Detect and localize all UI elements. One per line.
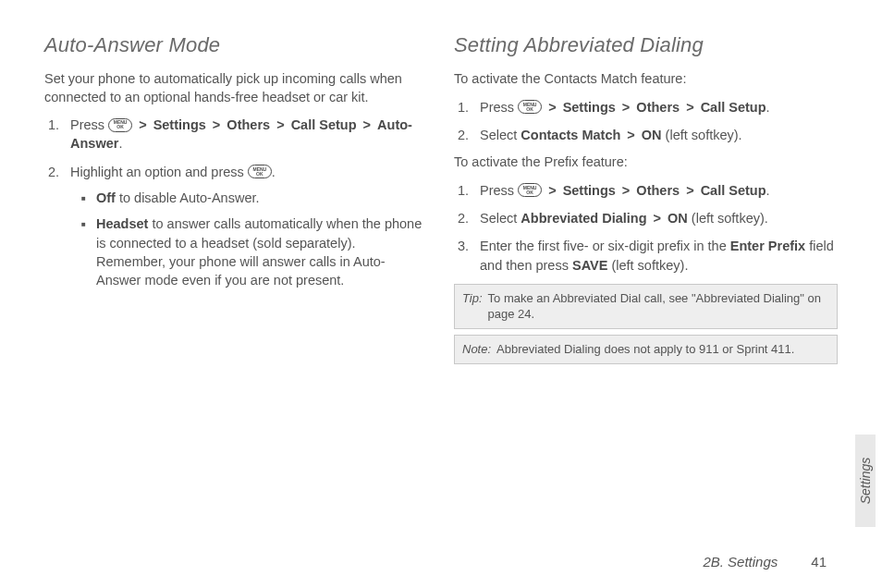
path-call-setup: Call Setup xyxy=(701,183,766,198)
path-sep: > xyxy=(361,117,374,132)
auto-answer-sub-options: Off to disable Auto-Answer. Headset to a… xyxy=(70,189,428,289)
path-call-setup: Call Setup xyxy=(291,117,357,132)
note-label: Note: xyxy=(462,341,491,358)
auto-answer-intro: Set your phone to automatically pick up … xyxy=(44,70,428,106)
prefix-step-3: Enter the first five- or six-digit prefi… xyxy=(474,237,838,275)
contacts-match-steps: Press MENU OK > Settings > Others > Call… xyxy=(454,98,838,145)
prefix-step-2: Select Abbreviated Dialing > ON (left so… xyxy=(474,209,838,227)
footer-page-number: 41 xyxy=(811,554,827,570)
path-sep: > xyxy=(136,117,149,132)
path-call-setup: Call Setup xyxy=(701,100,766,115)
path-sep: > xyxy=(651,211,664,226)
auto-answer-step-1: Press MENU OK > Settings > Others > Call… xyxy=(65,116,428,153)
side-tab-settings: Settings xyxy=(855,435,876,527)
path-sep: > xyxy=(619,100,632,115)
abbrev-dialing-heading: Setting Abbreviated Dialing xyxy=(454,33,838,57)
note-text: Abbreviated Dialing does not apply to 91… xyxy=(496,341,794,358)
step-text: Press xyxy=(480,100,518,115)
menu-ok-icon: MENU OK xyxy=(108,118,132,132)
path-sep: > xyxy=(210,117,223,132)
path-settings: Settings xyxy=(563,100,616,115)
right-column: Setting Abbreviated Dialing To activate … xyxy=(454,33,838,370)
prefix-intro: To activate the Prefix feature: xyxy=(454,153,838,172)
enter-prefix-label: Enter Prefix xyxy=(730,239,805,253)
tip-text: To make an Abbreviated Dial call, see "A… xyxy=(488,290,829,323)
contacts-match-step-2: Select Contacts Match > ON (left softkey… xyxy=(474,126,838,144)
prefix-step-1: Press MENU OK > Settings > Others > Call… xyxy=(474,181,838,200)
step-text: Highlight an option and press xyxy=(70,165,248,179)
path-others: Others xyxy=(636,100,680,115)
menuok-bottom: OK xyxy=(526,107,533,112)
on-label: ON xyxy=(668,211,688,226)
auto-answer-steps: Press MENU OK > Settings > Others > Call… xyxy=(44,116,428,289)
menu-ok-icon: MENU OK xyxy=(518,183,542,197)
sub-option-off: Off to disable Auto-Answer. xyxy=(87,189,428,207)
tip-label: Tip: xyxy=(462,290,483,323)
abbrev-dialing-label: Abbreviated Dialing xyxy=(521,211,646,226)
path-sep: > xyxy=(545,100,558,115)
off-text: to disable Auto-Answer. xyxy=(116,190,260,205)
path-sep: > xyxy=(624,128,637,142)
menu-ok-icon: MENU OK xyxy=(248,165,272,178)
contacts-match-step-1: Press MENU OK > Settings > Others > Call… xyxy=(474,98,838,116)
step-end: . xyxy=(272,165,276,179)
path-settings: Settings xyxy=(153,117,206,132)
auto-answer-heading: Auto-Answer Mode xyxy=(44,33,428,57)
side-tab-label: Settings xyxy=(858,458,873,505)
on-label: ON xyxy=(642,128,662,142)
path-sep: > xyxy=(683,100,696,115)
menu-ok-icon: MENU OK xyxy=(518,100,542,114)
path-others: Others xyxy=(636,183,680,198)
step-text: Select xyxy=(480,128,521,142)
page-content: Auto-Answer Mode Set your phone to autom… xyxy=(0,0,882,379)
path-sep: > xyxy=(545,183,558,198)
off-label: Off xyxy=(96,190,116,205)
tip-callout: Tip: To make an Abbreviated Dial call, s… xyxy=(454,284,838,329)
save-label: SAVE xyxy=(572,258,607,273)
menuok-bottom: OK xyxy=(116,125,124,129)
prefix-steps: Press MENU OK > Settings > Others > Call… xyxy=(454,181,838,275)
path-settings: Settings xyxy=(563,183,616,198)
step-end: (left softkey). xyxy=(688,211,768,226)
step-end: . xyxy=(118,136,122,151)
step-text: Enter the first five- or six-digit prefi… xyxy=(480,239,730,253)
step-text: Press xyxy=(70,117,108,132)
headset-label: Headset xyxy=(96,216,148,231)
step-end: (left softkey). xyxy=(662,128,742,142)
path-sep: > xyxy=(619,183,632,198)
step-text: Press xyxy=(480,183,518,198)
menuok-bottom: OK xyxy=(256,172,263,177)
note-callout: Note: Abbreviated Dialing does not apply… xyxy=(454,335,838,364)
path-sep: > xyxy=(274,117,287,132)
path-sep: > xyxy=(683,183,696,198)
contacts-match-intro: To activate the Contacts Match feature: xyxy=(454,70,838,89)
path-others: Others xyxy=(227,117,270,132)
step-text: Select xyxy=(480,211,521,226)
page-footer: 2B. Settings 41 xyxy=(703,554,827,570)
step-end: . xyxy=(766,100,770,115)
step-end: . xyxy=(766,183,770,198)
auto-answer-step-2: Highlight an option and press MENU OK . … xyxy=(65,163,428,290)
left-column: Auto-Answer Mode Set your phone to autom… xyxy=(44,33,428,370)
step-end: (left softkey). xyxy=(607,258,688,273)
menuok-bottom: OK xyxy=(526,190,533,195)
footer-section: 2B. Settings xyxy=(703,554,778,570)
contacts-match-label: Contacts Match xyxy=(521,128,620,142)
sub-option-headset: Headset to answer calls automatically wh… xyxy=(87,214,428,289)
